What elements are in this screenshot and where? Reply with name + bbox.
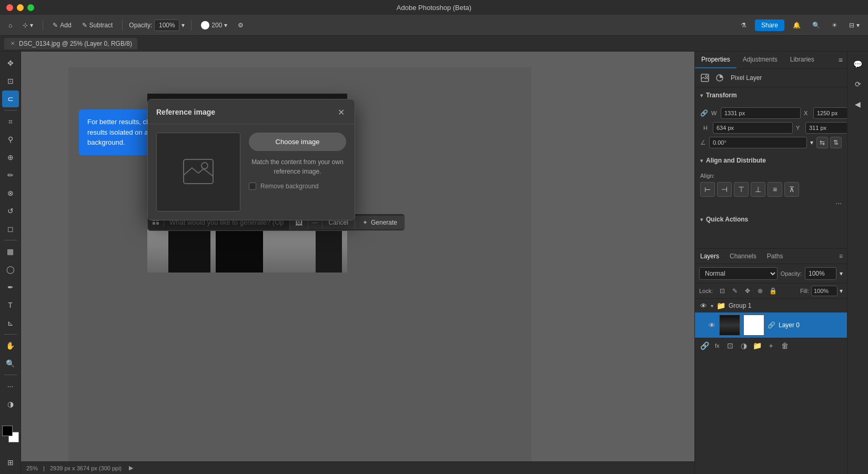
brush-preset[interactable]: 200 ▾ [198,20,230,31]
angle-dropdown[interactable]: ▾ [810,139,813,146]
selection-rect-tool[interactable]: ⊡ [2,73,19,89]
window-controls[interactable] [6,4,34,11]
group-visibility-btn[interactable]: 👁 [699,301,708,310]
history-brush-tool[interactable]: ↺ [2,203,19,219]
zoom-tool[interactable]: 🔍 [2,355,19,372]
type-tool[interactable]: T [2,297,19,314]
toolbar-right: ⚗ Share 🔔 🔍 ☀ ⊟ ▾ [738,19,863,31]
flask-icon-btn[interactable]: ⚗ [738,21,750,30]
collapse-panel-btn[interactable]: ◀ [850,96,866,113]
layer0-visibility-btn[interactable]: 👁 [708,321,716,329]
dialog-close-button[interactable]: ✕ [336,107,346,117]
pen-tool[interactable]: ✒ [2,279,19,296]
remove-bg-checkbox[interactable] [249,183,256,190]
selection-tool[interactable]: ⊹ ▾ [19,21,36,30]
fill-input[interactable] [811,286,837,296]
add-mask-btn[interactable]: ⊡ [725,340,735,351]
photo-icon[interactable] [699,72,711,84]
new-layer-btn[interactable]: + [766,340,776,351]
opacity-input[interactable] [154,19,179,31]
clone-tool[interactable]: ⊗ [2,185,19,201]
healing-tool[interactable]: ⊕ [2,149,19,166]
add-tool[interactable]: ✎ Add [49,21,74,30]
fill-dropdown-icon[interactable]: ▾ [840,287,843,295]
tab-libraries[interactable]: Libraries [784,52,821,68]
hand-tool[interactable]: ✋ [2,337,19,354]
lock-all-btn[interactable]: 🔒 [768,286,778,296]
crop-tool[interactable]: ⌗ [2,113,19,130]
opacity-dropdown-icon[interactable]: ▾ [181,22,185,29]
lock-artboard-btn[interactable]: ⊗ [755,286,765,296]
adjustment-layer-btn[interactable]: ◑ [739,340,749,351]
tab-channels[interactable]: Channels [724,249,762,264]
brush-tool[interactable]: ✏ [2,167,19,184]
align-distribute-header[interactable]: ▾ Align and Distribute [695,153,847,168]
layers-panel-close[interactable]: ≡ [835,253,847,260]
layer-0-item[interactable]: 👁 🔗 Layer 0 [695,312,847,338]
chat-icon-btn[interactable]: 💬 [850,56,866,73]
notification-btn[interactable]: 🔔 [790,21,804,30]
flip-horizontal-btn[interactable]: ⇆ [816,137,828,148]
link-layers-btn[interactable]: 🔗 [699,340,710,351]
minimize-button[interactable] [17,4,24,11]
lock-image-pixels-btn[interactable]: ✎ [730,286,740,296]
eraser-tool[interactable]: ◻ [2,220,19,237]
transform-header[interactable]: ▾ Transform [695,87,847,103]
search-btn[interactable]: 🔍 [809,21,823,30]
layer-opacity-input[interactable] [805,267,836,280]
lock-position-btn[interactable]: ✥ [742,286,753,296]
fx-button[interactable]: fx [713,341,722,350]
tab-layers[interactable]: Layers [695,249,724,264]
status-info-btn[interactable]: ▶ [129,465,133,471]
align-h-center-btn[interactable]: ⊣ [717,182,732,197]
lock-transparent-pixels-btn[interactable]: ⊡ [717,286,728,296]
dialog-preview-area [156,133,240,211]
angle-input[interactable] [709,137,807,148]
home-tool[interactable]: ⌂ [5,21,15,30]
share-button[interactable]: Share [755,19,784,31]
settings-tool[interactable]: ⚙ [235,21,247,30]
subtract-tool[interactable]: ✎ Subtract [79,21,116,30]
layer-group-1[interactable]: 👁 ▾ 📁 Group 1 [695,299,847,312]
move-tool[interactable]: ✥ [2,55,19,72]
screen-mode-btn[interactable]: ⊞ [2,454,19,471]
eyedropper-tool[interactable]: ⚲ [2,131,19,148]
history-icon-btn[interactable]: ⟳ [850,76,866,93]
choose-image-button[interactable]: Choose image [249,133,346,151]
align-top-edges-btn[interactable]: ⊥ [751,182,765,197]
foreground-color[interactable] [2,426,13,436]
document-tab[interactable]: ✕ DSC_0134.jpg @ 25% (Layer 0, RGB/8) [4,38,137,49]
theme-btn[interactable]: ☀ [829,21,841,30]
align-bottom-edges-btn[interactable]: ⊼ [784,182,799,197]
tab-close-icon[interactable]: ✕ [9,41,16,47]
close-button[interactable] [6,4,13,11]
link-icon[interactable]: 🔗 [700,109,708,117]
opacity-dropdown-icon[interactable]: ▾ [840,270,843,277]
color-swatch[interactable] [2,426,19,442]
properties-panel-close[interactable]: ≡ [839,56,847,64]
quick-actions-header[interactable]: ▾ Quick Actions [695,211,847,227]
delete-layer-btn[interactable]: 🗑 [780,340,790,351]
quick-mask-btn[interactable]: ◑ [2,396,19,412]
more-tools-btn[interactable]: ··· [2,378,19,395]
tab-adjustments[interactable]: Adjustments [736,52,784,68]
adjustment-icon[interactable] [714,72,725,84]
lasso-tool[interactable]: ⊂ [2,90,19,107]
group-expand-icon[interactable]: ▾ [711,303,713,309]
flip-vertical-btn[interactable]: ⇅ [830,137,842,148]
align-v-center-btn[interactable]: ≡ [768,182,782,197]
height-input[interactable] [713,122,793,134]
new-group-btn[interactable]: 📁 [752,340,763,351]
tab-properties[interactable]: Properties [695,52,736,68]
layout-btn[interactable]: ⊟ ▾ [846,21,863,30]
dodge-tool[interactable]: ◯ [2,261,19,278]
path-tool[interactable]: ⊾ [2,315,19,331]
blend-mode-select[interactable]: Normal [699,267,778,280]
width-input[interactable] [721,107,801,119]
gradient-tool[interactable]: ▦ [2,243,19,260]
align-right-edges-btn[interactable]: ⊤ [734,182,749,197]
align-left-edges-btn[interactable]: ⊢ [700,182,715,197]
tab-paths[interactable]: Paths [762,249,789,264]
align-more-btn[interactable]: ··· [835,199,842,207]
maximize-button[interactable] [27,4,34,11]
